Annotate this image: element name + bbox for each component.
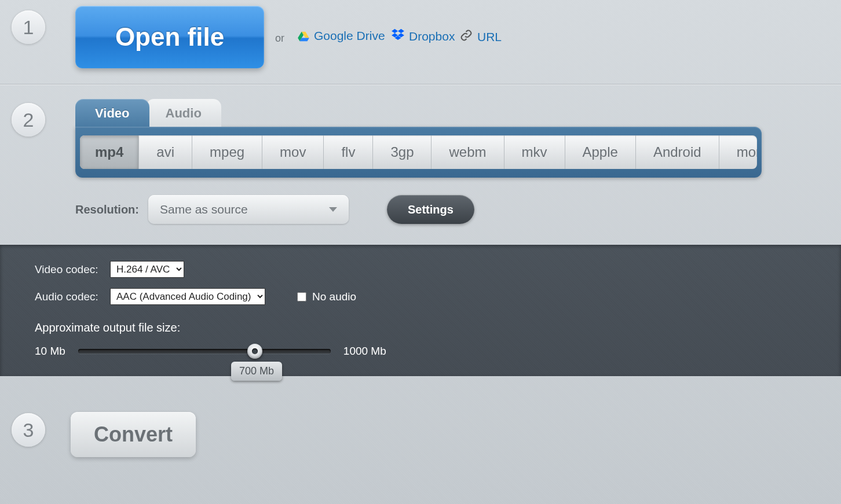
chevron-down-icon — [329, 207, 337, 212]
settings-button[interactable]: Settings — [387, 195, 474, 224]
resolution-value: Same as source — [160, 203, 248, 216]
size-min-label: 10 Mb — [35, 345, 65, 358]
format-android[interactable]: Android — [636, 135, 719, 169]
google-drive-link[interactable]: Google Drive — [298, 29, 385, 43]
slider-track — [78, 349, 331, 354]
slider-thumb[interactable] — [247, 344, 262, 359]
tab-audio[interactable]: Audio — [146, 99, 221, 127]
format-mp4[interactable]: mp4 — [80, 135, 139, 169]
step-2-section: 2 Video Audio mp4 avi mpeg mov flv 3gp w… — [0, 84, 841, 245]
google-drive-icon — [298, 31, 309, 41]
or-label: or — [275, 32, 284, 45]
size-slider[interactable]: 700 Mb — [78, 349, 331, 354]
no-audio-label: No audio — [312, 290, 356, 303]
step-1-section: 1 Open file or Google Drive Dropbox URL — [0, 0, 841, 84]
format-webm[interactable]: webm — [432, 135, 504, 169]
format-more-label: more — [737, 144, 757, 160]
advanced-settings-panel: Video codec: H.264 / AVC Audio codec: AA… — [0, 245, 841, 376]
audio-codec-row: Audio codec: AAC (Advanced Audio Coding)… — [35, 288, 841, 305]
dropbox-icon — [392, 29, 404, 43]
audio-codec-select[interactable]: AAC (Advanced Audio Coding) — [110, 288, 265, 305]
convert-button[interactable]: Convert — [71, 412, 196, 457]
format-mkv[interactable]: mkv — [504, 135, 565, 169]
no-audio-option[interactable]: No audio — [297, 290, 356, 303]
format-more[interactable]: more — [719, 135, 757, 169]
format-bar-container: mp4 avi mpeg mov flv 3gp webm mkv Apple … — [75, 127, 762, 178]
resolution-row: Resolution: Same as source Settings — [75, 195, 841, 224]
format-bar: mp4 avi mpeg mov flv 3gp webm mkv Apple … — [80, 135, 757, 169]
resolution-select[interactable]: Same as source — [148, 195, 349, 224]
open-file-button[interactable]: Open file — [75, 6, 264, 68]
no-audio-checkbox[interactable] — [297, 292, 306, 301]
google-drive-label: Google Drive — [314, 29, 385, 43]
url-link[interactable]: URL — [460, 29, 502, 45]
format-mpeg[interactable]: mpeg — [192, 135, 262, 169]
media-tabs: Video Audio — [75, 99, 841, 127]
audio-codec-label: Audio codec: — [35, 290, 110, 303]
video-codec-row: Video codec: H.264 / AVC — [35, 261, 841, 278]
tab-video[interactable]: Video — [75, 99, 149, 127]
format-apple[interactable]: Apple — [565, 135, 636, 169]
url-label: URL — [477, 30, 502, 44]
video-codec-select[interactable]: H.264 / AVC — [110, 261, 184, 278]
step-2-badge: 2 — [12, 103, 45, 137]
format-avi[interactable]: avi — [139, 135, 192, 169]
video-codec-label: Video codec: — [35, 263, 110, 276]
size-max-label: 1000 Mb — [343, 345, 386, 358]
output-size-slider-row: 10 Mb 700 Mb 1000 Mb — [35, 345, 841, 358]
output-size-label: Approximate output file size: — [35, 321, 841, 334]
format-mov[interactable]: mov — [262, 135, 324, 169]
dropbox-label: Dropbox — [409, 30, 455, 43]
format-3gp[interactable]: 3gp — [373, 135, 432, 169]
resolution-label: Resolution: — [75, 203, 139, 216]
format-flv[interactable]: flv — [324, 135, 373, 169]
dropbox-link[interactable]: Dropbox — [392, 29, 455, 43]
step-1-badge: 1 — [12, 10, 45, 44]
link-icon — [460, 29, 473, 45]
svg-marker-3 — [392, 29, 398, 33]
svg-marker-4 — [398, 29, 404, 33]
step-3-section: 3 Convert — [0, 376, 841, 468]
step-3-badge: 3 — [12, 413, 45, 447]
